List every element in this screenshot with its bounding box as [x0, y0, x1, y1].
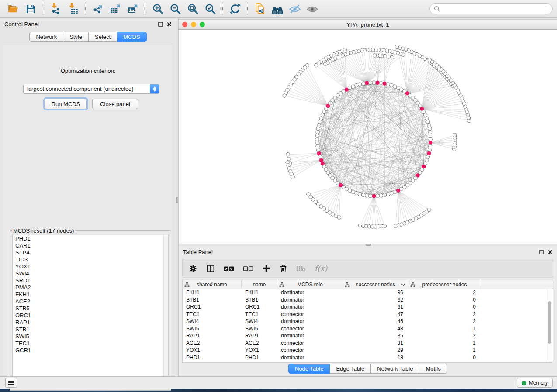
table-row[interactable]: SWI5SWI5connector431	[183, 325, 553, 333]
run-mcds-button[interactable]: Run MCDS	[45, 99, 87, 109]
mcds-result-item[interactable]: ORC1	[13, 312, 168, 319]
tab-network[interactable]: Network	[29, 32, 63, 42]
graph-node[interactable]	[361, 82, 365, 85]
graph-node[interactable]	[316, 148, 320, 151]
network-window-titlebar[interactable]: YPA_prune.txt_1	[179, 19, 557, 30]
graph-node[interactable]	[316, 131, 319, 134]
graph-node[interactable]	[315, 134, 319, 138]
table-row[interactable]: RAP1RAP1dominator352	[183, 332, 553, 340]
column-header-mcds-role[interactable]: MCDS role	[277, 280, 343, 289]
zoom-in-icon[interactable]	[151, 2, 165, 15]
graph-node[interactable]	[383, 193, 386, 197]
export-table-icon[interactable]	[108, 2, 122, 15]
function-builder-icon[interactable]: f(x)	[315, 263, 327, 274]
zoom-selected-icon[interactable]	[203, 2, 217, 15]
window-close-button[interactable]	[182, 22, 187, 27]
find-binoculars-icon[interactable]	[270, 2, 284, 15]
graph-node[interactable]	[386, 83, 390, 86]
graph-leaf-node[interactable]	[373, 54, 377, 57]
graph-node[interactable]	[315, 141, 319, 144]
search-box[interactable]	[429, 3, 553, 14]
split-view-icon[interactable]	[206, 263, 215, 274]
graph-mcds-node[interactable]	[427, 151, 431, 155]
graph-node[interactable]	[428, 148, 432, 151]
scrollbar-thumb[interactable]	[548, 301, 551, 344]
table-row[interactable]: YOX1YOX1connector291	[183, 347, 553, 354]
network-snapshot-icon[interactable]	[253, 2, 267, 15]
table-row[interactable]: ACE2ACE2connector311	[183, 340, 553, 347]
table-scrollbar[interactable]	[547, 289, 552, 362]
graph-mcds-node[interactable]	[376, 81, 380, 85]
export-network-icon[interactable]	[91, 2, 105, 15]
graph-leaf-node[interactable]	[337, 216, 341, 219]
add-column-icon[interactable]	[262, 263, 270, 274]
table-row[interactable]: SWI4SWI4dominator462	[183, 318, 553, 325]
graph-node[interactable]	[390, 191, 393, 195]
refresh-icon[interactable]	[228, 2, 242, 15]
graph-leaf-node[interactable]	[286, 153, 290, 156]
column-header-successor-nodes[interactable]: successor nodes	[343, 280, 408, 289]
eye-slash-icon[interactable]	[288, 2, 302, 15]
graph-leaf-node[interactable]	[383, 54, 387, 58]
graph-node[interactable]	[361, 193, 365, 197]
graph-node[interactable]	[369, 81, 372, 84]
mcds-result-item[interactable]: ACE2	[13, 298, 168, 305]
graph-mcds-node[interactable]	[365, 81, 369, 85]
graph-node[interactable]	[358, 83, 362, 86]
tab-edge-table[interactable]: Edge Table	[330, 364, 371, 374]
graph-mcds-node[interactable]	[372, 194, 376, 198]
zoom-out-icon[interactable]	[168, 2, 182, 15]
mcds-result-item[interactable]: SWI5	[13, 333, 168, 340]
splitter-grip[interactable]	[366, 244, 371, 246]
mcds-result-item[interactable]: YOX1	[13, 263, 168, 270]
mcds-result-item[interactable]: PMA2	[13, 284, 168, 291]
column-header-predecessor-nodes[interactable]: predecessor nodes	[408, 280, 481, 289]
mcds-result-item[interactable]: SRD1	[13, 277, 168, 284]
graph-leaf-node[interactable]	[453, 133, 457, 137]
open-session-icon[interactable]	[6, 2, 20, 15]
graph-node[interactable]	[429, 144, 432, 148]
mcds-result-item[interactable]: FKH1	[13, 291, 168, 298]
graph-node[interactable]	[315, 138, 319, 141]
column-header-name[interactable]: name	[242, 280, 277, 289]
graph-node[interactable]	[372, 81, 376, 84]
mcds-result-item[interactable]: STB5	[13, 305, 168, 312]
mcds-result-item[interactable]: SWI4	[13, 270, 168, 277]
mcds-result-item[interactable]: RAP1	[13, 319, 168, 326]
table-row[interactable]: STB1STB1dominator620	[183, 296, 553, 304]
mcds-list-scrollbar[interactable]	[163, 235, 168, 388]
graph-node[interactable]	[318, 155, 322, 158]
graph-node[interactable]	[317, 124, 321, 127]
table-row[interactable]: TEC1TEC1connector472	[183, 311, 553, 318]
graph-node[interactable]	[426, 155, 429, 158]
graph-node[interactable]	[379, 81, 383, 85]
graph-node[interactable]	[358, 193, 362, 196]
criterion-dropdown[interactable]: largest connected component (undirected)	[23, 84, 159, 94]
graph-leaf-node[interactable]	[291, 175, 294, 179]
graph-node[interactable]	[376, 194, 379, 198]
zoom-fit-icon[interactable]	[186, 2, 200, 15]
mcds-result-item[interactable]: TID3	[13, 256, 168, 263]
graph-node[interactable]	[351, 85, 355, 88]
eye-icon[interactable]	[305, 2, 319, 15]
tab-network-table[interactable]: Network Table	[371, 364, 419, 374]
graph-node[interactable]	[393, 190, 397, 194]
settings-gear-icon[interactable]	[189, 263, 197, 274]
memory-button[interactable]: Memory	[517, 378, 553, 388]
graph-node[interactable]	[427, 124, 431, 127]
table-row[interactable]: ORC1ORC1dominator610	[183, 303, 553, 311]
graph-mcds-node[interactable]	[317, 151, 321, 155]
graph-mcds-node[interactable]	[429, 141, 432, 145]
graph-node[interactable]	[355, 83, 358, 87]
import-table-icon[interactable]	[66, 2, 80, 15]
table-row[interactable]: PHD1PHD1dominator180	[183, 354, 553, 361]
tab-motifs[interactable]: Motifs	[419, 364, 447, 374]
graph-node[interactable]	[355, 191, 358, 195]
graph-leaf-node[interactable]	[428, 58, 431, 62]
graph-leaf-node[interactable]	[427, 208, 431, 211]
column-header-shared-name[interactable]: shared name	[183, 280, 242, 289]
graph-node[interactable]	[429, 138, 432, 141]
graph-node[interactable]	[428, 127, 432, 130]
graph-leaf-node[interactable]	[323, 62, 327, 66]
close-panel-icon[interactable]	[548, 250, 553, 254]
